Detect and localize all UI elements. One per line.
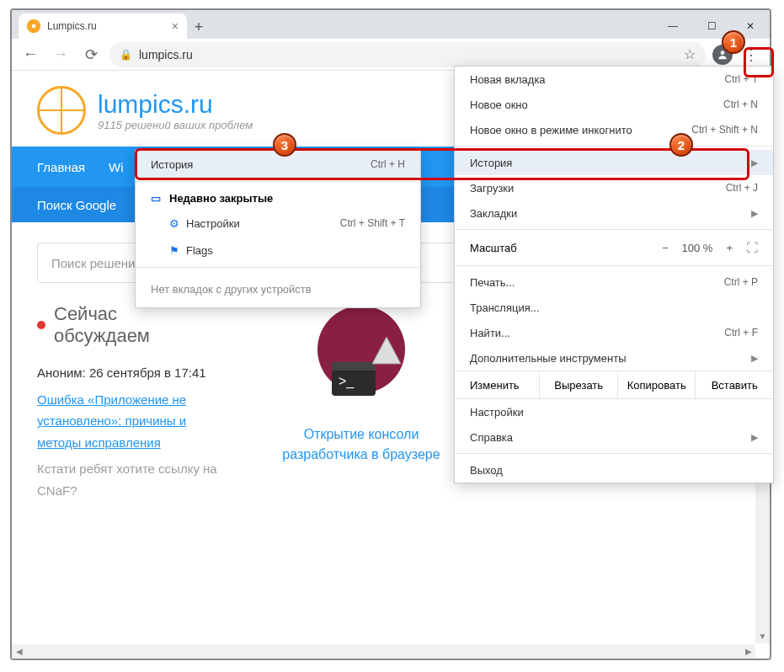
console-icon: >_	[307, 303, 416, 413]
comment-topic-link[interactable]: Ошибка «Приложение не установлено»: прич…	[37, 392, 186, 450]
zoom-value: 100 %	[682, 242, 713, 254]
submenu-recent-settings[interactable]: ⚙ Настройки Ctrl + Shift + T	[136, 210, 420, 237]
menu-settings[interactable]: Настройки	[455, 399, 773, 424]
browser-tab[interactable]: Lumpics.ru ×	[19, 13, 187, 39]
menu-zoom: Масштаб − 100 % + ⛶	[455, 233, 773, 262]
flag-icon: ⚑	[169, 244, 181, 257]
scroll-left-icon[interactable]: ◀	[12, 644, 26, 659]
reload-button[interactable]: ⟳	[79, 43, 103, 67]
discussion-sidebar: Сейчасобсуждаем Аноним: 26 сентября в 17…	[37, 303, 231, 501]
article-card-console[interactable]: >_ Открытие консоли разработчика в брауз…	[273, 303, 450, 501]
callout-2: 2	[669, 133, 693, 157]
card-title: Открытие консоли разработчика в браузере	[273, 424, 450, 465]
callout-3: 3	[273, 133, 296, 157]
window-controls: — ☐ ✕	[653, 13, 770, 39]
gear-icon: ⚙	[169, 217, 181, 230]
chevron-right-icon: ▶	[751, 432, 758, 443]
edit-cut[interactable]: Вырезать	[540, 371, 618, 398]
menu-bookmarks[interactable]: Закладки▶	[455, 200, 773, 226]
scroll-down-icon[interactable]: ▼	[755, 629, 770, 643]
chevron-right-icon: ▶	[751, 353, 758, 364]
horizontal-scrollbar[interactable]: ◀ ▶	[12, 644, 755, 659]
menu-history[interactable]: История▶	[455, 150, 773, 175]
svg-rect-4	[332, 362, 376, 371]
edit-copy[interactable]: Копировать	[618, 371, 696, 398]
google-search-label: Поиск Google	[37, 198, 116, 212]
window-icon: ▭	[151, 192, 163, 205]
fullscreen-icon[interactable]: ⛶	[746, 241, 758, 254]
zoom-in-button[interactable]: +	[726, 242, 733, 254]
menu-cast[interactable]: Трансляция...	[455, 295, 773, 320]
comment-body: Кстати ребят хотите ссылку на CNaF?	[37, 458, 231, 501]
menu-print[interactable]: Печать...Ctrl + P	[455, 269, 773, 295]
menu-new-tab[interactable]: Новая вкладкаCtrl + T	[455, 67, 773, 92]
nav-windows[interactable]: Wi	[109, 160, 124, 174]
menu-find[interactable]: Найти...Ctrl + F	[455, 320, 773, 345]
tab-close-icon[interactable]: ×	[172, 19, 179, 33]
site-title: lumpics.ru	[98, 90, 253, 119]
site-subtitle: 9115 решений ваших проблем	[98, 119, 253, 131]
history-submenu: ИсторияCtrl + H ▭ Недавно закрытые ⚙ Нас…	[135, 150, 421, 308]
menu-incognito[interactable]: Новое окно в режиме инкогнитоCtrl + Shif…	[455, 117, 773, 142]
menu-edit-row: Изменить Вырезать Копировать Вставить	[455, 371, 773, 399]
sidebar-heading: Сейчасобсуждаем	[37, 303, 231, 347]
menu-new-window[interactable]: Новое окноCtrl + N	[455, 92, 773, 117]
submenu-recently-closed-heading: ▭ Недавно закрытые	[136, 185, 420, 210]
chrome-main-menu: Новая вкладкаCtrl + T Новое окноCtrl + N…	[454, 66, 774, 483]
menu-downloads[interactable]: ЗагрузкиCtrl + J	[455, 175, 773, 200]
chevron-right-icon: ▶	[751, 208, 758, 219]
callout-1: 1	[722, 30, 745, 54]
nav-home[interactable]: Главная	[37, 160, 85, 174]
site-logo-icon	[37, 86, 86, 135]
minimize-button[interactable]: —	[653, 13, 692, 39]
titlebar: Lumpics.ru × + — ☐ ✕	[12, 10, 770, 39]
edit-paste[interactable]: Вставить	[696, 371, 773, 398]
back-button[interactable]: ←	[19, 43, 42, 67]
tab-title: Lumpics.ru	[47, 20, 165, 32]
omnibox[interactable]: 🔒 lumpics.ru ☆	[109, 42, 706, 67]
chevron-right-icon: ▶	[751, 157, 758, 168]
red-dot-icon	[37, 321, 45, 329]
menu-help[interactable]: Справка▶	[455, 424, 773, 450]
url-text: lumpics.ru	[139, 48, 677, 61]
zoom-out-button[interactable]: −	[662, 242, 669, 254]
submenu-recent-flags[interactable]: ⚑ Flags	[136, 237, 420, 264]
new-tab-button[interactable]: +	[187, 15, 211, 39]
svg-point-0	[721, 51, 725, 55]
tab-favicon-icon	[27, 19, 40, 33]
comment-author-time: Аноним: 26 сентября в 17:41	[37, 362, 231, 384]
svg-text:>_: >_	[339, 374, 355, 389]
forward-button[interactable]: →	[49, 43, 72, 67]
submenu-no-tabs-text: Нет вкладок с других устройств	[136, 271, 420, 307]
bookmark-star-icon[interactable]: ☆	[684, 46, 696, 62]
lock-icon: 🔒	[120, 49, 132, 61]
menu-exit[interactable]: Выход	[455, 457, 773, 483]
edit-label: Изменить	[455, 371, 540, 398]
scroll-right-icon[interactable]: ▶	[741, 644, 755, 659]
menu-more-tools[interactable]: Дополнительные инструменты▶	[455, 345, 773, 371]
